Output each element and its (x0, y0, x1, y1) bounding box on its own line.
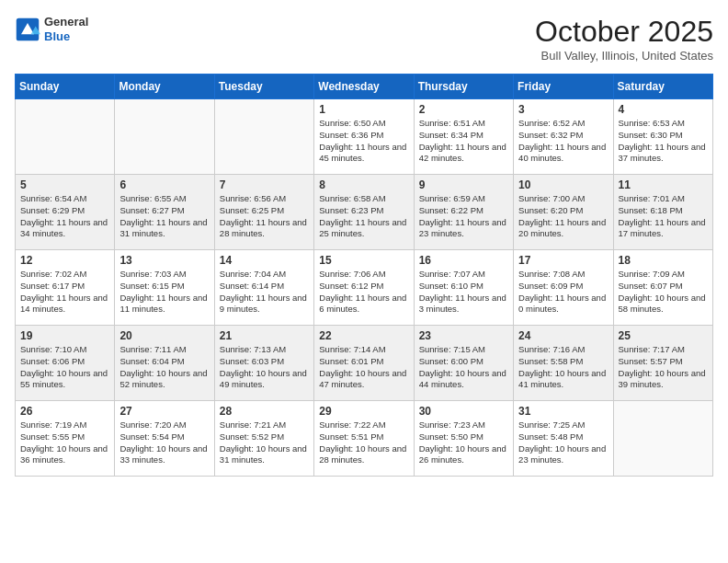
day-number: 11 (619, 178, 708, 191)
calendar-day-cell: 27Sunrise: 7:20 AMSunset: 5:54 PMDayligh… (115, 401, 214, 477)
calendar-day-cell: 21Sunrise: 7:13 AMSunset: 6:03 PMDayligh… (214, 326, 313, 401)
day-info: Sunrise: 6:58 AMSunset: 6:23 PMDaylight:… (319, 193, 408, 240)
day-info: Sunrise: 7:06 AMSunset: 6:12 PMDaylight:… (319, 269, 408, 316)
calendar-day-cell: 10Sunrise: 7:00 AMSunset: 6:20 PMDayligh… (514, 175, 613, 250)
month-title: October 2025 (535, 15, 713, 49)
calendar-day-cell: 17Sunrise: 7:08 AMSunset: 6:09 PMDayligh… (514, 250, 613, 326)
day-info: Sunrise: 7:14 AMSunset: 6:01 PMDaylight:… (319, 344, 408, 391)
calendar-day-cell: 25Sunrise: 7:17 AMSunset: 5:57 PMDayligh… (613, 326, 712, 401)
day-number: 10 (518, 178, 608, 191)
weekday-header: Thursday (414, 75, 513, 99)
day-info: Sunrise: 7:04 AMSunset: 6:14 PMDaylight:… (220, 269, 309, 316)
calendar-day-cell: 9Sunrise: 6:59 AMSunset: 6:22 PMDaylight… (414, 175, 513, 250)
calendar-day-cell (613, 401, 712, 477)
day-info: Sunrise: 6:59 AMSunset: 6:22 PMDaylight:… (419, 193, 508, 240)
calendar-day-cell: 13Sunrise: 7:03 AMSunset: 6:15 PMDayligh… (115, 250, 214, 326)
day-number: 21 (220, 329, 309, 342)
calendar-week-row: 26Sunrise: 7:19 AMSunset: 5:55 PMDayligh… (16, 401, 713, 477)
day-info: Sunrise: 7:17 AMSunset: 5:57 PMDaylight:… (619, 344, 708, 391)
day-info: Sunrise: 7:15 AMSunset: 6:00 PMDaylight:… (419, 344, 508, 391)
calendar-day-cell: 18Sunrise: 7:09 AMSunset: 6:07 PMDayligh… (613, 250, 712, 326)
day-number: 24 (518, 329, 608, 342)
calendar-day-cell: 22Sunrise: 7:14 AMSunset: 6:01 PMDayligh… (314, 326, 414, 401)
day-number: 25 (619, 329, 708, 342)
calendar-day-cell: 16Sunrise: 7:07 AMSunset: 6:10 PMDayligh… (414, 250, 513, 326)
day-number: 22 (319, 329, 408, 342)
day-info: Sunrise: 7:03 AMSunset: 6:15 PMDaylight:… (119, 269, 209, 316)
day-number: 3 (518, 103, 608, 116)
calendar-day-cell: 23Sunrise: 7:15 AMSunset: 6:00 PMDayligh… (414, 326, 513, 401)
day-number: 14 (220, 254, 309, 267)
day-info: Sunrise: 7:13 AMSunset: 6:03 PMDaylight:… (220, 344, 309, 391)
calendar-day-cell: 11Sunrise: 7:01 AMSunset: 6:18 PMDayligh… (613, 175, 712, 250)
calendar-day-cell: 14Sunrise: 7:04 AMSunset: 6:14 PMDayligh… (214, 250, 313, 326)
day-info: Sunrise: 6:56 AMSunset: 6:25 PMDaylight:… (220, 193, 309, 240)
day-number: 31 (518, 405, 608, 418)
day-number: 13 (119, 254, 209, 267)
day-info: Sunrise: 6:55 AMSunset: 6:27 PMDaylight:… (119, 193, 209, 240)
logo-icon (15, 17, 40, 42)
day-info: Sunrise: 6:52 AMSunset: 6:32 PMDaylight:… (518, 118, 608, 165)
logo-text: General Blue (44, 15, 88, 43)
calendar-day-cell: 31Sunrise: 7:25 AMSunset: 5:48 PMDayligh… (514, 401, 613, 477)
day-number: 19 (20, 329, 109, 342)
day-number: 18 (619, 254, 708, 267)
day-info: Sunrise: 7:21 AMSunset: 5:52 PMDaylight:… (220, 419, 309, 466)
day-number: 7 (220, 178, 309, 191)
calendar-day-cell: 20Sunrise: 7:11 AMSunset: 6:04 PMDayligh… (115, 326, 214, 401)
day-number: 28 (220, 405, 309, 418)
day-info: Sunrise: 7:11 AMSunset: 6:04 PMDaylight:… (119, 344, 209, 391)
day-number: 23 (419, 329, 508, 342)
day-number: 12 (20, 254, 109, 267)
calendar-day-cell (16, 99, 115, 175)
calendar-day-cell (214, 99, 313, 175)
day-number: 17 (518, 254, 608, 267)
title-block: October 2025 Bull Valley, Illinois, Unit… (535, 15, 713, 63)
day-info: Sunrise: 7:16 AMSunset: 5:58 PMDaylight:… (518, 344, 608, 391)
day-info: Sunrise: 7:01 AMSunset: 6:18 PMDaylight:… (619, 193, 708, 240)
weekday-header: Tuesday (214, 75, 313, 99)
day-number: 16 (419, 254, 508, 267)
calendar-day-cell: 26Sunrise: 7:19 AMSunset: 5:55 PMDayligh… (16, 401, 115, 477)
logo-line2: Blue (44, 29, 88, 44)
day-number: 30 (419, 405, 508, 418)
calendar: SundayMondayTuesdayWednesdayThursdayFrid… (15, 74, 713, 477)
weekday-header-row: SundayMondayTuesdayWednesdayThursdayFrid… (16, 75, 713, 99)
calendar-week-row: 5Sunrise: 6:54 AMSunset: 6:29 PMDaylight… (16, 175, 713, 250)
day-number: 9 (419, 178, 508, 191)
page-header: General Blue October 2025 Bull Valley, I… (15, 15, 713, 63)
day-number: 1 (319, 103, 408, 116)
calendar-week-row: 12Sunrise: 7:02 AMSunset: 6:17 PMDayligh… (16, 250, 713, 326)
day-info: Sunrise: 7:09 AMSunset: 6:07 PMDaylight:… (619, 269, 708, 316)
weekday-header: Friday (514, 75, 613, 99)
day-number: 8 (319, 178, 408, 191)
day-info: Sunrise: 7:23 AMSunset: 5:50 PMDaylight:… (419, 419, 508, 466)
day-number: 6 (119, 178, 209, 191)
day-number: 15 (319, 254, 408, 267)
day-number: 4 (619, 103, 708, 116)
calendar-week-row: 19Sunrise: 7:10 AMSunset: 6:06 PMDayligh… (16, 326, 713, 401)
calendar-day-cell: 19Sunrise: 7:10 AMSunset: 6:06 PMDayligh… (16, 326, 115, 401)
calendar-day-cell: 8Sunrise: 6:58 AMSunset: 6:23 PMDaylight… (314, 175, 414, 250)
calendar-day-cell: 28Sunrise: 7:21 AMSunset: 5:52 PMDayligh… (214, 401, 313, 477)
weekday-header: Sunday (16, 75, 115, 99)
calendar-day-cell: 24Sunrise: 7:16 AMSunset: 5:58 PMDayligh… (514, 326, 613, 401)
day-info: Sunrise: 6:54 AMSunset: 6:29 PMDaylight:… (20, 193, 109, 240)
weekday-header: Monday (115, 75, 214, 99)
day-info: Sunrise: 6:53 AMSunset: 6:30 PMDaylight:… (619, 118, 708, 165)
day-number: 20 (119, 329, 209, 342)
calendar-day-cell: 6Sunrise: 6:55 AMSunset: 6:27 PMDaylight… (115, 175, 214, 250)
calendar-day-cell: 2Sunrise: 6:51 AMSunset: 6:34 PMDaylight… (414, 99, 513, 175)
day-info: Sunrise: 7:10 AMSunset: 6:06 PMDaylight:… (20, 344, 109, 391)
day-number: 29 (319, 405, 408, 418)
day-info: Sunrise: 7:00 AMSunset: 6:20 PMDaylight:… (518, 193, 608, 240)
calendar-day-cell (115, 99, 214, 175)
day-info: Sunrise: 7:19 AMSunset: 5:55 PMDaylight:… (20, 419, 109, 466)
location: Bull Valley, Illinois, United States (535, 49, 713, 63)
calendar-day-cell: 30Sunrise: 7:23 AMSunset: 5:50 PMDayligh… (414, 401, 513, 477)
day-info: Sunrise: 7:07 AMSunset: 6:10 PMDaylight:… (419, 269, 508, 316)
calendar-day-cell: 7Sunrise: 6:56 AMSunset: 6:25 PMDaylight… (214, 175, 313, 250)
logo: General Blue (15, 15, 88, 43)
day-info: Sunrise: 7:25 AMSunset: 5:48 PMDaylight:… (518, 419, 608, 466)
calendar-day-cell: 12Sunrise: 7:02 AMSunset: 6:17 PMDayligh… (16, 250, 115, 326)
